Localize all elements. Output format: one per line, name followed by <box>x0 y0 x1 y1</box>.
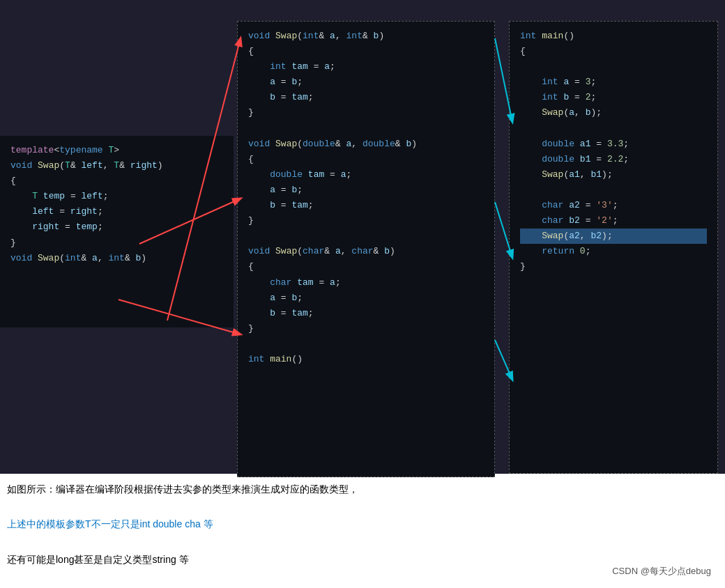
panel-left: template<typename T> void Swap(T& left, … <box>0 136 234 327</box>
mid-double-header: void Swap(double& a, double& b) <box>248 137 484 152</box>
middle-code-block: void Swap(int& a, int& b) { int tam = a;… <box>238 22 494 374</box>
left-line-7: } <box>10 235 223 251</box>
right-return: return 0; <box>520 244 707 259</box>
right-double-a1: double a1 = 3.3; <box>520 137 707 152</box>
left-line-5: left = right; <box>10 204 223 219</box>
panel-right: int main() { int a = 3; int b = 2; Swap(… <box>509 21 718 474</box>
description-text-area: 如图所示：编译器在编译阶段根据传进去实参的类型来推演生成对应的函数类型， 上述中… <box>7 481 634 588</box>
mid-double-brace: { <box>248 152 484 167</box>
right-brace-close: } <box>520 259 707 274</box>
desc-line-1: 如图所示：编译器在编译阶段根据传进去实参的类型来推演生成对应的函数类型， <box>7 481 634 498</box>
right-code-block: int main() { int a = 3; int b = 2; Swap(… <box>510 22 717 282</box>
mid-char-close: } <box>248 321 484 336</box>
right-char-b2: char b2 = '2'; <box>520 213 707 229</box>
mid-char-header: void Swap(char& a, char& b) <box>248 244 484 259</box>
mid-char-l3: b = tam; <box>248 306 484 321</box>
panel-middle: void Swap(int& a, int& b) { int tam = a;… <box>237 21 495 477</box>
desc-line-2: 上述中的模板参数T不一定只是int double cha 等 <box>7 516 634 533</box>
mid-double-l1: double tam = a; <box>248 167 484 183</box>
mid-double-l2: a = b; <box>248 183 484 198</box>
main-container: template<typename T> void Swap(T& left, … <box>0 0 725 588</box>
mid-char-brace: { <box>248 259 484 274</box>
mid-main: int main() <box>248 352 484 367</box>
right-double-b1: double b1 = 2.2; <box>520 152 707 167</box>
left-line-8: void Swap(int& a, int& b) <box>10 251 223 266</box>
mid-double-l3: b = tam; <box>248 198 484 213</box>
left-line-1: template<typename T> <box>10 143 223 158</box>
right-char-a2: char a2 = '3'; <box>520 198 707 213</box>
right-int-b: int b = 2; <box>520 90 707 105</box>
left-line-6: right = temp; <box>10 219 223 235</box>
right-main-header: int main() <box>520 29 707 44</box>
right-swap-int: Swap(a, b); <box>520 105 707 121</box>
mid-int-l1: int tam = a; <box>248 59 484 75</box>
mid-double-close: } <box>248 213 484 229</box>
mid-char-l2: a = b; <box>248 291 484 306</box>
left-line-4: T temp = left; <box>10 189 223 204</box>
right-int-a: int a = 3; <box>520 75 707 90</box>
left-line-3: { <box>10 173 223 189</box>
mid-int-brace: { <box>248 44 484 59</box>
right-swap-double: Swap(a1, b1); <box>520 167 707 183</box>
mid-int-l2: a = b; <box>248 75 484 90</box>
mid-int-l3: b = tam; <box>248 90 484 105</box>
left-line-2: void Swap(T& left, T& right) <box>10 158 223 173</box>
right-brace-open: { <box>520 44 707 59</box>
mid-int-close: } <box>248 105 484 121</box>
desc-line-3: 还有可能是long甚至是自定义类型string 等 <box>7 551 634 568</box>
mid-char-l1: char tam = a; <box>248 275 484 291</box>
right-swap-char: Swap(a2, b2); <box>520 229 707 244</box>
mid-int-header: void Swap(int& a, int& b) <box>248 29 484 44</box>
left-code-block: template<typename T> void Swap(T& left, … <box>0 136 234 273</box>
watermark: CSDN @每天少点debug <box>612 565 711 578</box>
